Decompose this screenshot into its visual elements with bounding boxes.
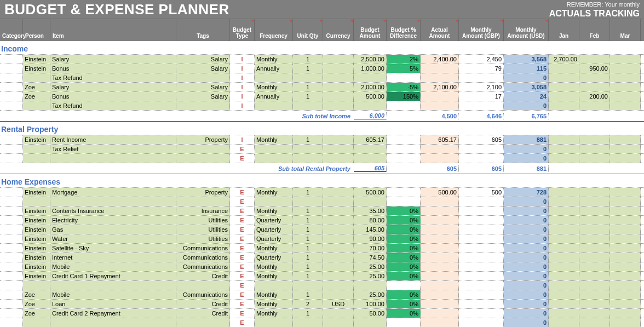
cell-aamt[interactable] [421,244,459,253]
cell-gbp[interactable] [459,262,504,271]
table-row[interactable]: EinsteinInternetCommunicationsEQuarterly… [0,253,644,262]
cell-jan[interactable] [549,318,579,327]
cell-bamt[interactable]: 605.17 [354,135,387,144]
cell-tags[interactable] [176,318,230,327]
cell-qty[interactable]: 1 [293,262,323,271]
cell-qty[interactable]: 1 [293,225,323,234]
cell-feb[interactable] [579,73,610,82]
cell-person[interactable] [23,101,50,110]
cell-bamt[interactable] [354,145,387,153]
cell-bamt[interactable]: 50.00 [354,309,387,318]
table-row[interactable]: EinsteinGasUtilitiesEQuarterly1145.000%0 [0,225,644,234]
cell-gbp[interactable] [459,309,504,318]
table-row[interactable]: EinsteinElectricityUtilitiesEQuarterly18… [0,216,644,225]
cell-mar[interactable] [610,197,641,206]
cell-aamt[interactable] [421,309,459,318]
cell-item[interactable]: Credit Card 2 Repayment [50,309,176,318]
cell-jan[interactable] [549,262,579,271]
cell-blank[interactable] [0,281,23,290]
cell-jan[interactable] [549,281,579,290]
cell-item[interactable]: Mortgage [50,188,176,197]
cell-person[interactable]: Einstein [23,225,50,234]
cell-qty[interactable]: 1 [293,188,323,197]
cell-gbp[interactable]: 500 [459,188,504,197]
cell-bdiff[interactable] [387,318,421,327]
table-row[interactable]: Tax RefundI0 [0,101,644,111]
cell-bt[interactable]: I [230,55,255,64]
cell-aamt[interactable] [421,290,459,299]
cell-mar[interactable] [610,272,641,280]
cell-person[interactable] [23,154,50,163]
cell-person[interactable]: Einstein [23,216,50,225]
table-row[interactable]: EinsteinMortgagePropertyEMonthly1500.005… [0,188,644,197]
cell-bt[interactable]: E [230,234,255,243]
table-row[interactable]: E0 [0,154,644,163]
cell-mar[interactable] [610,55,641,64]
cell-gbp[interactable] [459,101,504,110]
cell-usd[interactable]: 0 [504,244,549,253]
cell-freq[interactable] [255,101,293,110]
cell-cur[interactable] [323,145,354,153]
cell-cur[interactable] [323,262,354,271]
cell-item[interactable]: Salary [50,55,176,64]
cell-bamt[interactable] [354,281,387,290]
table-row[interactable]: ZoeLoanCreditEMonthly2USD100.000%0 [0,300,644,309]
cell-mar[interactable] [610,83,641,91]
cell-jan[interactable] [549,83,579,91]
cell-tags[interactable]: Communications [176,253,230,262]
cell-feb[interactable] [579,188,610,197]
cell-aamt[interactable]: 2,400.00 [421,55,459,64]
cell-jan[interactable]: 2,700.00 [549,55,579,64]
cell-bt[interactable]: E [230,244,255,253]
cell-cur[interactable] [323,225,354,234]
cell-freq[interactable] [255,281,293,290]
cell-qty[interactable]: 1 [293,216,323,225]
cell-person[interactable]: Zoe [23,92,50,101]
cell-mar[interactable] [610,145,641,153]
cell-usd[interactable]: 0 [504,101,549,110]
cell-person[interactable] [23,73,50,82]
cell-mar[interactable] [610,234,641,243]
cell-tags[interactable]: Credit [176,272,230,280]
cell-gbp[interactable] [459,290,504,299]
table-row[interactable]: EinsteinBonusSalaryIAnnually11,000.005%7… [0,64,644,73]
cell-item[interactable]: Tax Refund [50,101,176,110]
cell-cur[interactable] [323,253,354,262]
cell-bamt[interactable] [354,318,387,327]
cell-bamt[interactable]: 25.00 [354,290,387,299]
cell-feb[interactable] [579,281,610,290]
cell-blank[interactable] [0,92,23,101]
cell-gbp[interactable] [459,216,504,225]
cell-blank[interactable] [0,234,23,243]
cell-bt[interactable]: E [230,309,255,318]
cell-mar[interactable] [610,206,641,215]
cell-item[interactable] [50,197,176,206]
cell-freq[interactable]: Monthly [255,188,293,197]
cell-freq[interactable]: Monthly [255,309,293,318]
cell-item[interactable]: Internet [50,253,176,262]
cell-bamt[interactable]: 1,000.00 [354,64,387,73]
cell-blank[interactable] [0,206,23,215]
cell-bdiff[interactable]: 0% [387,309,421,318]
cell-bt[interactable]: E [230,145,255,153]
cell-feb[interactable] [579,145,610,153]
table-row[interactable]: E0 [0,197,644,206]
cell-feb[interactable] [579,225,610,234]
cell-blank[interactable] [0,83,23,91]
table-row[interactable]: EinsteinMobileCommunicationsEMonthly125.… [0,262,644,272]
cell-aamt[interactable] [421,272,459,280]
table-row[interactable]: ZoeCredit Card 2 RepaymentCreditEMonthly… [0,309,644,318]
cell-usd[interactable]: 0 [504,145,549,153]
cell-bdiff[interactable]: 0% [387,272,421,280]
cell-bamt[interactable]: 25.00 [354,272,387,280]
cell-feb[interactable] [579,206,610,215]
cell-cur[interactable] [323,290,354,299]
cell-bt[interactable]: E [230,272,255,280]
cell-aamt[interactable] [421,145,459,153]
cell-cur[interactable] [323,216,354,225]
cell-usd[interactable]: 0 [504,309,549,318]
cell-feb[interactable] [579,83,610,91]
cell-bt[interactable]: E [230,154,255,163]
cell-qty[interactable]: 1 [293,83,323,91]
cell-usd[interactable]: 0 [504,234,549,243]
